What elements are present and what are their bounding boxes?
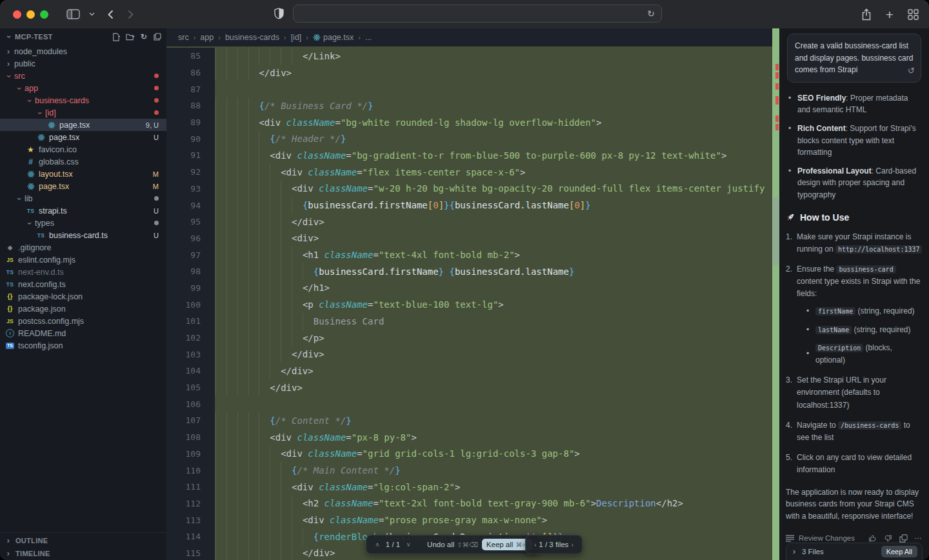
collapse-all-icon[interactable] <box>153 33 161 41</box>
code-line[interactable]: 90{/* Header */} <box>166 130 779 147</box>
code-line[interactable]: 109<div className="grid grid-cols-1 lg:g… <box>166 446 779 463</box>
code-line[interactable]: 95</div> <box>166 214 779 230</box>
tree-folder-node_modules[interactable]: ›node_modules <box>0 45 166 57</box>
code-area[interactable]: 85</Link>86</div>8788{/* Business Card *… <box>166 46 779 560</box>
tree-folder-app[interactable]: ›app <box>0 82 166 94</box>
code-line[interactable]: 110{/* Main Content */} <box>166 462 779 479</box>
code-line[interactable]: 106 <box>166 395 779 412</box>
undo-all-button[interactable]: Undo all⇧⌘⌫ <box>427 541 478 548</box>
tree-folder-[id][interactable]: ›[id] <box>0 106 166 119</box>
tree-item[interactable]: JSeslint.config.mjs <box>0 254 166 266</box>
tree-folder-lib[interactable]: ›lib <box>0 192 166 205</box>
file-label: package-lock.json <box>18 292 83 301</box>
tree-item[interactable]: TSstrapi.tsU <box>0 205 166 217</box>
tsconfig-icon: TS <box>5 343 15 349</box>
tree-folder-business-cards[interactable]: ›business-cards <box>0 94 166 106</box>
tree-item[interactable]: {}package-lock.json <box>0 290 166 303</box>
code-line[interactable]: 98{businessCard.firstName} {businessCard… <box>166 263 779 280</box>
forward-button[interactable] <box>128 10 134 19</box>
code-line[interactable]: 113<div className="prose prose-gray max-… <box>166 512 779 528</box>
code-line[interactable]: 101Business Card <box>166 313 779 330</box>
code-line[interactable]: 96<div> <box>166 230 779 247</box>
restore-checkpoint-icon[interactable]: ↺ <box>908 65 915 77</box>
tree-item[interactable]: ◆.gitignore <box>0 241 166 254</box>
code-line[interactable]: 111<div className="lg:col-span-2"> <box>166 479 779 495</box>
tree-item[interactable]: iREADME.md <box>0 327 166 339</box>
tree-item[interactable]: JSpostcss.config.mjs <box>0 315 166 327</box>
new-folder-icon[interactable] <box>126 33 135 41</box>
next-file-icon[interactable]: › <box>571 541 573 548</box>
new-file-icon[interactable] <box>112 33 120 41</box>
keep-all-files-button[interactable]: Keep All <box>881 546 917 557</box>
chevron-icon: › <box>15 85 24 92</box>
thumbs-down-icon[interactable] <box>884 534 892 543</box>
tree-item[interactable]: page.tsxU <box>0 131 166 143</box>
outline-section[interactable]: › OUTLINE <box>0 534 166 547</box>
code-line[interactable]: 103</div> <box>166 346 779 363</box>
prev-file-icon[interactable]: ‹ <box>534 541 536 548</box>
breadcrumb-item[interactable]: ... <box>365 33 372 42</box>
code-line[interactable]: 104</div> <box>166 363 779 379</box>
tree-item[interactable]: page.tsxM <box>0 180 166 192</box>
code-line[interactable]: 89<div className="bg-white rounded-lg sh… <box>166 114 779 131</box>
tree-item[interactable]: layout.tsxM <box>0 168 166 180</box>
code-line[interactable]: 102</p> <box>166 330 779 346</box>
code-line[interactable]: 87 <box>166 81 779 97</box>
code-line[interactable]: 97<h1 className="text-4xl font-bold mb-2… <box>166 246 779 263</box>
breadcrumb[interactable]: src›app›business-cards›[id]›page.tsx›... <box>166 28 779 46</box>
back-button[interactable] <box>108 10 114 19</box>
code-line[interactable]: 105</div> <box>166 379 779 396</box>
code-line[interactable]: 112<h2 className="text-2xl font-bold tex… <box>166 495 779 512</box>
code-line[interactable]: 92<div className="flex items-center spac… <box>166 164 779 181</box>
tree-item[interactable]: page.tsx9, U <box>0 119 166 131</box>
close-window-button[interactable] <box>13 10 21 19</box>
minimize-window-button[interactable] <box>26 10 35 19</box>
thumbs-up-icon[interactable] <box>868 534 877 543</box>
scrollbar-thumb[interactable] <box>773 197 779 266</box>
privacy-shield-icon[interactable] <box>274 8 284 19</box>
tree-item[interactable]: TSnext.config.ts <box>0 278 166 290</box>
sidebar-toggle-icon[interactable] <box>66 9 80 19</box>
explorer-header[interactable]: › MCP-TEST ↻ <box>0 28 166 45</box>
code-line[interactable]: 100<p className="text-blue-100 text-lg"> <box>166 296 779 313</box>
changed-files-bar[interactable]: › 3 Files Keep All <box>786 543 923 560</box>
tree-item[interactable]: ★favicon.ico <box>0 143 166 155</box>
zoom-window-button[interactable] <box>40 10 48 19</box>
tree-item[interactable]: #globals.css <box>0 155 166 168</box>
copy-icon[interactable] <box>899 534 908 543</box>
code-line[interactable]: 108<div className="px-8 py-8"> <box>166 429 779 446</box>
review-changes-label[interactable]: Review Changes <box>799 534 855 542</box>
code-line[interactable]: 107{/* Content */} <box>166 412 779 429</box>
code-line[interactable]: 99</h1> <box>166 280 779 297</box>
breadcrumb-item[interactable]: business-cards <box>225 33 279 42</box>
tree-folder-types[interactable]: ›types <box>0 217 166 229</box>
breadcrumb-item[interactable]: [id] <box>291 33 302 42</box>
refresh-icon[interactable]: ↻ <box>647 8 655 19</box>
code-line[interactable]: 85</Link> <box>166 48 779 65</box>
timeline-section[interactable]: › TIMELINE <box>0 547 166 560</box>
more-options-icon[interactable]: ⋯ <box>915 534 923 543</box>
grid-layout-icon[interactable] <box>908 9 919 20</box>
prev-diff-icon[interactable]: ˄ <box>375 541 379 548</box>
code-line[interactable]: 88{/* Business Card */} <box>166 97 779 114</box>
search-input[interactable]: ↻ <box>293 5 662 23</box>
next-diff-icon[interactable]: ˅ <box>406 541 410 548</box>
breadcrumb-item[interactable]: src <box>178 33 189 42</box>
new-tab-button[interactable]: + <box>886 8 894 21</box>
breadcrumb-item[interactable]: page.tsx <box>313 33 354 42</box>
breadcrumb-item[interactable]: app <box>200 33 214 42</box>
refresh-icon[interactable]: ↻ <box>141 32 147 41</box>
code-line[interactable]: 93<div className="w-20 h-20 bg-white bg-… <box>166 181 779 197</box>
chevron-down-icon[interactable] <box>89 12 95 16</box>
tree-folder-public[interactable]: ›public <box>0 57 166 70</box>
tree-item[interactable]: TStsconfig.json <box>0 339 166 352</box>
tree-item[interactable]: {}package.json <box>0 303 166 315</box>
code-line[interactable]: 86</div> <box>166 65 779 81</box>
tree-item[interactable]: TSnext-env.d.ts <box>0 266 166 278</box>
code-line[interactable]: 91<div className="bg-gradient-to-r from-… <box>166 147 779 164</box>
share-icon[interactable] <box>861 8 872 21</box>
indent-guides <box>215 363 281 379</box>
tree-item[interactable]: TSbusiness-card.tsU <box>0 229 166 241</box>
tree-folder-src[interactable]: ›src <box>0 70 166 82</box>
code-line[interactable]: 94{businessCard.firstName[0]}{businessCa… <box>166 197 779 214</box>
